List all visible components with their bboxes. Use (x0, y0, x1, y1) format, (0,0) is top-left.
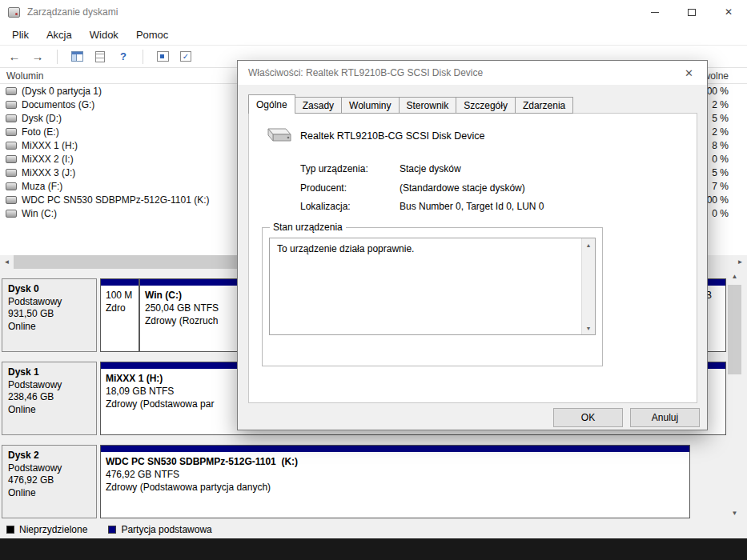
partition-size: 476,92 GB NTFS (106, 468, 685, 481)
disk-type: Podstawowy (8, 462, 90, 475)
forward-icon[interactable]: → (28, 48, 47, 66)
dialog-title: Właściwości: Realtek RTL9210B-CG SCSI Di… (248, 67, 483, 78)
action-pane-icon[interactable] (153, 48, 172, 66)
vertical-scrollbar[interactable]: ▲ ▼ (728, 270, 741, 520)
volume-free-percent: 00 % (707, 194, 729, 206)
console-tree-icon[interactable] (67, 48, 86, 66)
help-icon[interactable]: ? (114, 48, 133, 66)
volume-name: MiXXX 1 (H:) (22, 140, 78, 151)
legend-color-primary-partition (108, 526, 116, 534)
volume-name: Muza (F:) (22, 181, 62, 192)
disk-panel[interactable]: Dysk 0 Podstawowy 931,50 GB Online (2, 278, 97, 352)
disk-drive-icon (263, 123, 294, 150)
column-header-volume[interactable]: Wolumin (6, 70, 43, 82)
volume-icon (6, 114, 17, 122)
maximize-button[interactable] (673, 0, 710, 24)
device-status-textbox[interactable]: To urządzenie działa poprawnie. ▲ ▼ (269, 238, 596, 335)
tab-zdarzenia[interactable]: Zdarzenia (515, 97, 573, 114)
disk-name: Dysk 0 (8, 283, 90, 296)
menubar: Plik Akcja Widok Pomoc (0, 24, 747, 45)
disk-status: Online (8, 321, 90, 334)
partitions: WDC PC SN530 SDBPMPz-512G-1101 (K:) 476,… (100, 445, 726, 518)
field-value-device-type: Stacje dysków (400, 163, 461, 174)
volume-name: Dysk (D:) (22, 113, 62, 124)
menu-plik[interactable]: Plik (3, 26, 38, 44)
disk-name: Dysk 2 (8, 450, 90, 462)
titlebar[interactable]: Zarządzanie dyskami ✕ (0, 0, 747, 24)
partition-status: Zdro (106, 302, 134, 314)
dialog-titlebar[interactable]: Właściwości: Realtek RTL9210B-CG SCSI Di… (238, 61, 707, 85)
tab-sterownik[interactable]: Sterownik (399, 97, 457, 114)
minimize-button[interactable] (637, 0, 673, 24)
dialog-close-button[interactable]: ✕ (671, 61, 707, 85)
properties-icon[interactable]: ✓ (176, 48, 195, 66)
menu-widok[interactable]: Widok (81, 26, 127, 44)
disk-panel[interactable]: Dysk 1 Podstawowy 238,46 GB Online (2, 362, 97, 435)
dialog-tabs: Ogólne Zasady Woluminy Sterownik Szczegó… (248, 94, 572, 114)
partition[interactable]: WDC PC SN530 SDBPMPz-512G-1101 (K:) 476,… (100, 445, 690, 518)
disk-size: 931,50 GB (8, 308, 90, 321)
scroll-left-icon[interactable]: ◄ (0, 255, 14, 269)
volume-name: (Dysk 0 partycja 1) (22, 86, 102, 97)
disk-type: Podstawowy (8, 379, 90, 392)
tab-ogolne[interactable]: Ogólne (248, 94, 295, 114)
menu-akcja[interactable]: Akcja (38, 26, 81, 44)
partition-size: 100 M (106, 289, 134, 302)
scroll-up-icon[interactable]: ▲ (728, 270, 741, 283)
cancel-button[interactable]: Anuluj (630, 408, 700, 427)
scroll-down-icon[interactable]: ▼ (582, 322, 595, 334)
volume-icon (6, 101, 17, 109)
disk-management-icon (8, 7, 20, 18)
back-icon[interactable]: ← (5, 48, 24, 66)
close-icon: ✕ (725, 6, 733, 18)
disk-status: Online (8, 404, 90, 417)
volume-icon (6, 169, 17, 177)
screen: Zarządzanie dyskami ✕ Plik Akcja Widok P… (0, 0, 747, 560)
close-button[interactable]: ✕ (710, 0, 747, 24)
taskbar[interactable] (0, 538, 747, 560)
disk-name: Dysk 1 (8, 366, 90, 379)
volume-name: MiXXX 3 (J:) (22, 167, 75, 178)
vertical-scrollbar-thumb[interactable] (728, 285, 741, 374)
window-title: Zarządzanie dyskami (27, 6, 118, 18)
field-label-location: Lokalizacja: (300, 201, 351, 212)
tab-page-general: Realtek RTL9210B-CG SCSI Disk Device Typ… (248, 113, 697, 403)
volume-icon (6, 182, 17, 190)
volume-free-percent: 5 % (712, 167, 729, 178)
volume-free-percent: 2 % (712, 126, 729, 138)
partition-color-bar (101, 446, 689, 452)
disk-panel[interactable]: Dysk 2 Podstawowy 476,92 GB Online (2, 445, 97, 518)
disk-type: Podstawowy (8, 296, 90, 309)
legend-item: Partycja podstawowa (108, 524, 211, 535)
volume-free-percent: 7 % (712, 181, 729, 192)
tab-zasady[interactable]: Zasady (295, 97, 342, 114)
scroll-down-icon[interactable]: ▼ (728, 506, 741, 520)
volume-icon (6, 196, 17, 204)
volume-free-percent: 8 % (712, 140, 729, 151)
legend-label: Nieprzydzielone (19, 524, 87, 535)
scroll-right-icon[interactable]: ► (733, 255, 747, 269)
export-list-icon[interactable] (90, 48, 110, 66)
partition-label: WDC PC SN530 SDBPMPz-512G-1101 (K:) (106, 455, 685, 468)
device-status-text: To urządzenie działa poprawnie. (270, 238, 595, 259)
properties-dialog: Właściwości: Realtek RTL9210B-CG SCSI Di… (237, 60, 708, 430)
disk-size: 476,92 GB (8, 474, 90, 487)
ok-button[interactable]: OK (553, 408, 623, 427)
partition-color-bar (101, 279, 139, 286)
tab-szczegoly[interactable]: Szczegóły (456, 97, 516, 114)
menu-pomoc[interactable]: Pomoc (127, 26, 177, 44)
scroll-up-icon[interactable]: ▲ (582, 238, 595, 251)
volume-free-percent: 5 % (712, 113, 729, 124)
field-label-device-type: Typ urządzenia: (300, 163, 368, 174)
status-scrollbar[interactable]: ▲ ▼ (581, 238, 595, 334)
tab-woluminy[interactable]: Woluminy (341, 97, 399, 114)
volume-icon (6, 87, 17, 95)
volume-name: WDC PC SN530 SDBPMPz-512G-1101 (K:) (22, 194, 210, 206)
field-value-manufacturer: (Standardowe stacje dysków) (400, 182, 525, 194)
maximize-icon (688, 9, 696, 16)
volume-free-percent: 2 % (712, 99, 729, 110)
volume-icon (6, 142, 17, 150)
disk-status: Online (8, 487, 90, 500)
device-name: Realtek RTL9210B-CG SCSI Disk Device (300, 130, 484, 142)
partition[interactable]: 100 M Zdro (100, 278, 139, 352)
